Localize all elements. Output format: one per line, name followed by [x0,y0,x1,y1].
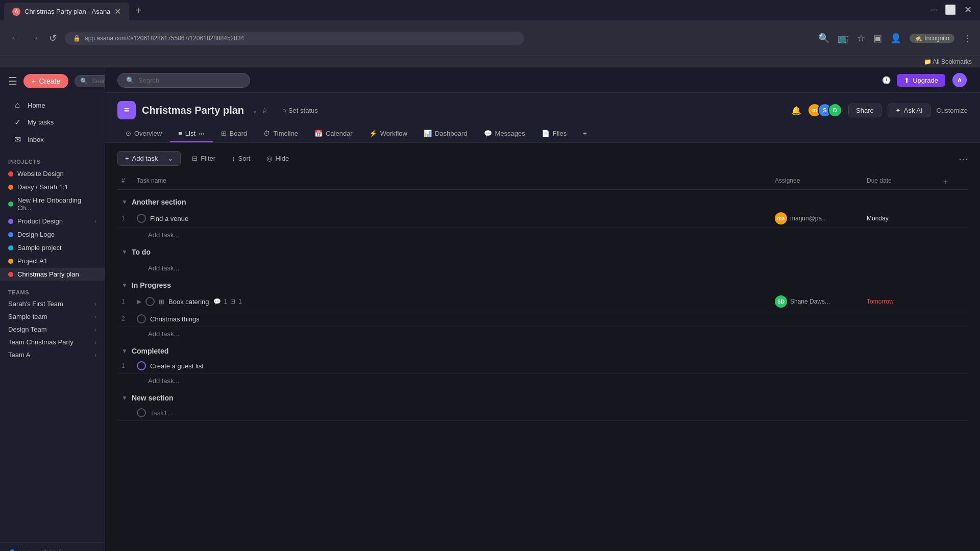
sidebar-team-a[interactable]: Team A › [0,348,105,361]
sidebar: ☰ + Create 🔍 Search ⌂ Home ✓ My task [0,68,105,551]
sort-button[interactable]: ↕ Sort [227,152,255,165]
sidebar-project-new-hire[interactable]: New Hire Onboarding Ch... [0,194,105,214]
more-options-icon[interactable]: ⋯ [959,153,968,164]
expand-icon[interactable]: ▶ [137,298,141,305]
task-checkbox[interactable] [137,214,146,223]
tab-close-icon[interactable]: ✕ [114,7,121,16]
table-row[interactable]: 1 Create a guest list [117,358,968,374]
hide-button[interactable]: ◎ Hide [261,152,294,165]
sidebar-project-christmas-party[interactable]: Christmas Party plan [0,268,105,281]
back-button[interactable]: ← [8,31,21,45]
active-tab[interactable]: A Christmas Party plan - Asana ✕ [4,3,129,20]
add-task-row[interactable]: Add task... [117,374,968,388]
tab-calendar[interactable]: 📅 Calendar [306,126,361,142]
sidebar-project-website-design[interactable]: Website Design [0,167,105,180]
tab-board[interactable]: ⊞ Board [213,126,256,142]
tab-dashboard[interactable]: 📊 Dashboard [415,126,476,142]
task-checkbox[interactable] [137,361,146,370]
table-row[interactable]: 1 Find a venue ma marjun@pa... Monday [117,209,968,228]
star-icon[interactable]: ☆ [262,107,268,114]
collapse-icon[interactable]: ▼ [121,347,128,355]
help-button[interactable]: ? Help [43,549,64,551]
set-status-button[interactable]: ○ Set status [282,107,318,114]
close-button[interactable]: ✕ [964,4,972,15]
tab-messages[interactable]: 💬 Messages [476,126,533,142]
hamburger-button[interactable]: ☰ [8,75,17,87]
search-icon: 🔍 [80,78,88,85]
sidebar-item-tasks-label: My tasks [28,118,54,126]
tab-list[interactable]: ≡ List ••• [170,126,212,142]
sidebar-item-home[interactable]: ⌂ Home [4,97,101,113]
section-header[interactable]: ▼ To do [117,242,968,259]
table-row[interactable]: Task1... [117,405,968,421]
minimize-button[interactable]: ─ [930,4,937,15]
search-input[interactable]: 🔍 Search [117,73,250,88]
inbox-icon: ✉ [12,135,22,144]
section-header[interactable]: ▼ New section [117,388,968,405]
search-bar[interactable]: 🔍 Search [75,75,105,87]
table-row[interactable]: 2 Christmas things [117,311,968,327]
cast-icon[interactable]: 📺 [838,33,849,44]
sidebar-team-design[interactable]: Design Team › [0,323,105,336]
sidebar-item-my-tasks[interactable]: ✓ My tasks [4,114,101,131]
chevron-right-icon: › [94,326,96,333]
sidebar-project-product-design[interactable]: Product Design › [0,215,105,228]
sidebar-item-inbox[interactable]: ✉ Inbox [4,131,101,148]
tab-files[interactable]: 📄 Files [533,126,575,142]
filter-button[interactable]: ⊟ Filter [187,152,220,165]
ask-ai-button[interactable]: ✦ Ask AI [888,104,930,117]
menu-icon[interactable]: ⋮ [963,33,972,44]
create-button[interactable]: + Create [23,74,68,88]
assignee-name: Shane Daws... [790,298,830,305]
sidebar-team-christmas-party[interactable]: Team Christmas Party › [0,336,105,348]
share-button[interactable]: Share [848,104,881,117]
reload-button[interactable]: ↺ [47,31,59,46]
task-name-cell: Find a venue [137,214,775,223]
customize-button[interactable]: Customize [937,107,968,114]
add-column-icon[interactable]: + [943,177,964,186]
add-task-button[interactable]: + Add task ⌄ [117,151,181,166]
maximize-button[interactable]: ⬜ [945,4,956,15]
table-row[interactable]: 1 ▶ ⊞ Book catering 💬 1 ⊟ 1 [117,292,968,311]
clock-icon[interactable]: 🕐 [882,76,891,84]
sidebar-project-sample[interactable]: Sample project [0,241,105,254]
collapse-icon[interactable]: ▼ [121,394,128,402]
add-task-row[interactable]: Add task... [117,327,968,341]
add-task-row[interactable]: Add task... [117,228,968,242]
tab-timeline[interactable]: ⏱ Timeline [255,126,306,142]
collapse-icon[interactable]: ▼ [121,198,128,206]
user-avatar[interactable]: A [951,72,968,88]
tab-workflow[interactable]: ⚡ Workflow [361,126,415,142]
tab-overview[interactable]: ⊙ Overview [117,126,170,142]
notification-icon[interactable]: 🔔 [791,106,801,115]
task-checkbox[interactable] [137,314,146,323]
section-header[interactable]: ▼ Another section [117,192,968,209]
sidebar-icon[interactable]: ▣ [873,33,882,44]
address-bar[interactable]: 🔒 app.asana.com/0/1206182861755067/12061… [65,32,524,45]
add-tab-button[interactable]: + [575,126,595,142]
sidebar-project-design-logo[interactable]: Design Logo [0,228,105,241]
add-task-row[interactable]: Add task... [117,261,968,275]
section-header[interactable]: ▼ In Progress [117,275,968,292]
upgrade-button[interactable]: ⬆ Upgrade [897,74,945,87]
dropdown-icon[interactable]: ⌄ [163,155,173,162]
new-tab-button[interactable]: + [129,3,148,18]
sidebar-team-sample[interactable]: Sample team › [0,310,105,323]
collapse-icon[interactable]: ▼ [121,282,128,289]
sidebar-project-a1[interactable]: Project A1 [0,255,105,267]
invite-button[interactable]: 👤 Invite [8,549,35,551]
profile-icon[interactable]: 👤 [890,33,901,44]
sidebar-team-sarahs[interactable]: Sarah's First Team › [0,297,105,310]
task-number: 2 [121,315,137,322]
collapse-icon[interactable]: ▼ [121,248,128,256]
bookmark-icon[interactable]: ☆ [857,33,865,44]
task-checkbox[interactable] [145,297,155,306]
sidebar-project-daisy-sarah[interactable]: Daisy / Sarah 1:1 [0,181,105,193]
dropdown-icon[interactable]: ⌄ [252,107,258,114]
task-checkbox[interactable] [137,408,146,417]
task-number: 1 [121,362,137,369]
search-icon[interactable]: 🔍 [818,33,829,44]
all-bookmarks[interactable]: 📁 All Bookmarks [924,58,972,65]
section-header[interactable]: ▼ Completed [117,341,968,358]
forward-button[interactable]: → [28,31,41,45]
